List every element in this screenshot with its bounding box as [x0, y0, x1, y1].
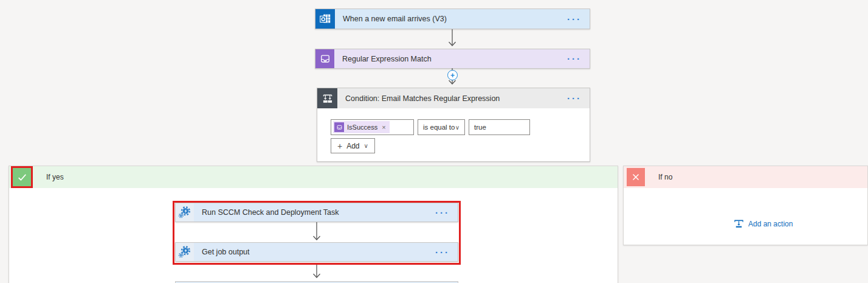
if-no-cross-icon	[627, 168, 645, 186]
add-condition-button[interactable]: + Add ∨	[331, 138, 375, 153]
operator-selected-value: is equal to	[423, 124, 455, 131]
insert-step-button[interactable]: +	[447, 70, 458, 80]
action-menu-ellipsis-icon[interactable]: ···	[427, 248, 458, 257]
connector-arrow	[312, 265, 321, 282]
if-yes-label: If yes	[46, 173, 64, 181]
if-no-header: If no	[624, 166, 867, 188]
azure-automation-gear-icon	[176, 243, 194, 261]
regex-card-title: Regular Expression Match	[334, 55, 559, 63]
condition-card-title: Condition: Email Matches Regular Express…	[337, 94, 559, 103]
add-an-action-button[interactable]: Add an action	[733, 218, 793, 229]
if-no-branch-panel: If no Add an action	[623, 166, 868, 245]
outlook-icon	[315, 9, 335, 29]
regex-menu-ellipsis-icon[interactable]: ···	[559, 54, 590, 63]
action-title: Get job output	[194, 248, 427, 256]
trigger-title: When a new email arrives (V3)	[335, 15, 559, 23]
trigger-card-when-new-email-arrives[interactable]: When a new email arrives (V3) ···	[315, 9, 590, 29]
action-card-run-sccm-task[interactable]: Run SCCM Check and Deployment Task ···	[175, 203, 458, 222]
condition-card-body: IsSuccess × is equal to ∨ + Add ∨	[317, 108, 590, 162]
add-button-label: Add	[346, 142, 359, 150]
azure-automation-gear-icon	[176, 203, 194, 222]
token-label: IsSuccess	[347, 124, 377, 131]
condition-menu-ellipsis-icon[interactable]: ···	[559, 94, 590, 103]
red-annotation-box	[11, 166, 33, 188]
add-an-action-label: Add an action	[748, 220, 793, 228]
if-yes-branch-panel: If yes Run SCCM Check and Deployment Tas…	[9, 166, 618, 283]
dynamic-content-token[interactable]: IsSuccess ×	[333, 121, 390, 133]
action-menu-ellipsis-icon[interactable]: ···	[427, 208, 458, 217]
chevron-down-icon: ∨	[364, 142, 368, 149]
trigger-menu-ellipsis-icon[interactable]: ···	[559, 15, 590, 24]
if-no-label: If no	[658, 173, 672, 181]
connector-arrow	[312, 222, 321, 245]
condition-card-header[interactable]: Condition: Email Matches Regular Express…	[317, 88, 590, 108]
action-card-get-job-output[interactable]: Get job output ···	[175, 242, 458, 262]
condition-operator-dropdown[interactable]: is equal to ∨	[418, 119, 465, 135]
action-title: Run SCCM Check and Deployment Task	[194, 208, 427, 217]
if-yes-header: If yes	[9, 166, 618, 188]
condition-value-input[interactable]	[469, 119, 530, 135]
add-action-icon	[733, 218, 745, 229]
condition-branch-icon	[317, 88, 337, 108]
remove-token-button[interactable]: ×	[382, 124, 385, 131]
regex-token-icon	[334, 122, 344, 132]
chevron-down-icon: ∨	[455, 124, 464, 131]
regex-connector-icon	[315, 49, 334, 68]
action-card-regular-expression-match[interactable]: Regular Expression Match ···	[315, 49, 590, 69]
condition-operand-field[interactable]: IsSuccess ×	[331, 119, 414, 135]
connector-arrow	[448, 29, 456, 51]
plus-icon: +	[450, 72, 455, 79]
plus-icon: +	[337, 141, 342, 151]
condition-card[interactable]: Condition: Email Matches Regular Express…	[317, 88, 590, 162]
flow-designer-canvas: When a new email arrives (V3) ··· Regula…	[0, 0, 868, 283]
if-yes-check-icon	[13, 168, 31, 186]
